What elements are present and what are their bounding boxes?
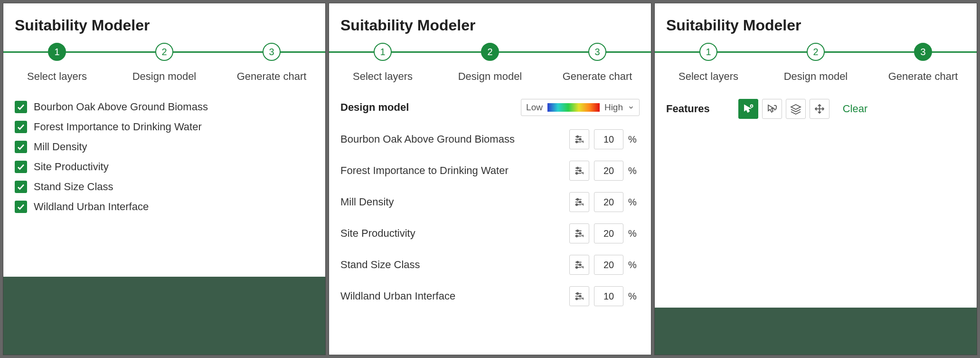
step-circle-3: 3	[263, 43, 281, 61]
select-point-tool[interactable]	[738, 99, 758, 119]
percent-symbol: %	[628, 260, 640, 271]
step-circle-1: 1	[48, 43, 66, 61]
step-1[interactable]: 1 Select layers	[329, 43, 436, 83]
step-label-1: Select layers	[678, 70, 738, 83]
step-circle-2: 2	[155, 43, 173, 61]
sliders-icon-button[interactable]	[569, 255, 589, 275]
svg-point-36	[750, 105, 753, 107]
layer-row: Wildland Urban Interface	[15, 201, 314, 213]
step-circle-3: 3	[914, 43, 932, 61]
layer-checkbox[interactable]	[15, 181, 27, 193]
panel-title: Suitability Modeler	[329, 3, 651, 43]
sliders-icon-button[interactable]	[569, 192, 589, 212]
pan-tool[interactable]	[810, 99, 829, 119]
sliders-icon-button[interactable]	[569, 286, 589, 306]
percent-symbol: %	[628, 134, 640, 145]
weight-row: Bourbon Oak Above Ground Biomass %	[340, 129, 640, 149]
step-1[interactable]: 1 Select layers	[655, 43, 762, 83]
weight-row: Site Productivity %	[340, 223, 640, 243]
features-row: Features	[666, 99, 965, 119]
percent-symbol: %	[628, 165, 640, 176]
layer-checkbox[interactable]	[15, 121, 27, 133]
layer-label: Forest Importance to Drinking Water	[34, 121, 202, 133]
panel-title: Suitability Modeler	[655, 3, 977, 43]
stepper: 1 Select layers 2 Design model 3 Generat…	[655, 43, 977, 87]
panel-generate-chart: Suitability Modeler 1 Select layers 2 De…	[654, 3, 977, 355]
layer-checkbox[interactable]	[15, 141, 27, 153]
chevron-down-icon	[628, 104, 634, 111]
weight-input[interactable]	[594, 161, 623, 181]
layer-label: Site Productivity	[34, 161, 109, 173]
step-circle-1: 1	[699, 43, 717, 61]
stepper: 1 Select layers 2 Design model 3 Generat…	[329, 43, 651, 87]
step-label-3: Generate chart	[237, 70, 307, 83]
panel-select-layers: Suitability Modeler 1 Select layers 2 De…	[3, 3, 326, 355]
weight-label: Mill Density	[340, 196, 565, 208]
step-circle-2: 2	[807, 43, 825, 61]
sliders-icon-button[interactable]	[569, 223, 589, 243]
layer-row: Forest Importance to Drinking Water	[15, 121, 314, 133]
step-label-2: Design model	[784, 70, 848, 83]
weight-label: Wildland Urban Interface	[340, 290, 565, 302]
panel-title: Suitability Modeler	[3, 3, 325, 43]
weight-input[interactable]	[594, 255, 623, 275]
weight-label: Site Productivity	[340, 227, 565, 240]
features-label: Features	[666, 103, 710, 115]
step-3[interactable]: 3 Generate chart	[869, 43, 977, 83]
layer-checkbox[interactable]	[15, 201, 27, 213]
layer-label: Stand Size Class	[34, 181, 113, 193]
sliders-icon-button[interactable]	[569, 129, 589, 149]
layer-row: Stand Size Class	[15, 181, 314, 193]
weight-label: Stand Size Class	[340, 259, 565, 271]
stepper: 1 Select layers 2 Design model 3 Generat…	[3, 43, 325, 87]
weight-row: Wildland Urban Interface %	[340, 286, 640, 306]
weight-list: Bourbon Oak Above Ground Biomass % Fores…	[340, 129, 640, 306]
layer-label: Bourbon Oak Above Ground Biomass	[34, 101, 208, 113]
layer-checkbox[interactable]	[15, 101, 27, 113]
step-3[interactable]: 3 Generate chart	[544, 43, 651, 83]
sliders-icon-button[interactable]	[569, 161, 589, 181]
step-2[interactable]: 2 Design model	[111, 43, 218, 83]
layer-row: Site Productivity	[15, 161, 314, 173]
layer-row: Mill Density	[15, 141, 314, 153]
weight-input[interactable]	[594, 223, 623, 243]
layer-row: Bourbon Oak Above Ground Biomass	[15, 101, 314, 113]
step-label-3: Generate chart	[563, 70, 632, 83]
color-ramp-dropdown[interactable]: Low High	[521, 99, 640, 116]
step-2[interactable]: 2 Design model	[436, 43, 544, 83]
design-model-heading: Design model	[340, 101, 409, 114]
layer-checkbox[interactable]	[15, 161, 27, 173]
select-polygon-tool[interactable]	[762, 99, 782, 119]
step-1[interactable]: 1 Select layers	[3, 43, 111, 83]
step-3[interactable]: 3 Generate chart	[218, 43, 325, 83]
weight-label: Bourbon Oak Above Ground Biomass	[340, 133, 565, 145]
step-label-1: Select layers	[353, 70, 413, 83]
weight-input[interactable]	[594, 129, 623, 149]
layer-label: Mill Density	[34, 141, 87, 153]
step-circle-2: 2	[481, 43, 499, 61]
weight-row: Mill Density %	[340, 192, 640, 212]
weight-input[interactable]	[594, 192, 623, 212]
panel-design-model: Suitability Modeler 1 Select layers 2 De…	[329, 3, 651, 355]
color-ramp-swatch	[547, 103, 600, 112]
weight-input[interactable]	[594, 286, 623, 306]
percent-symbol: %	[628, 197, 640, 208]
weight-label: Forest Importance to Drinking Water	[340, 164, 565, 177]
svg-marker-37	[791, 105, 801, 109]
percent-symbol: %	[628, 291, 640, 302]
design-header: Design model Low High	[340, 99, 640, 116]
step-label-2: Design model	[132, 70, 197, 83]
feature-tools	[738, 99, 829, 119]
step-2[interactable]: 2 Design model	[762, 43, 869, 83]
step-label-2: Design model	[458, 70, 522, 83]
ramp-low-label: Low	[526, 102, 543, 113]
clear-button[interactable]: Clear	[843, 103, 868, 115]
percent-symbol: %	[628, 228, 640, 239]
layer-label: Wildland Urban Interface	[34, 201, 149, 213]
layers-tool[interactable]	[786, 99, 806, 119]
step-label-3: Generate chart	[888, 70, 958, 83]
step-circle-1: 1	[374, 43, 392, 61]
weight-row: Forest Importance to Drinking Water %	[340, 161, 640, 181]
ramp-high-label: High	[604, 102, 623, 113]
layer-list: Bourbon Oak Above Ground Biomass Forest …	[15, 96, 314, 213]
